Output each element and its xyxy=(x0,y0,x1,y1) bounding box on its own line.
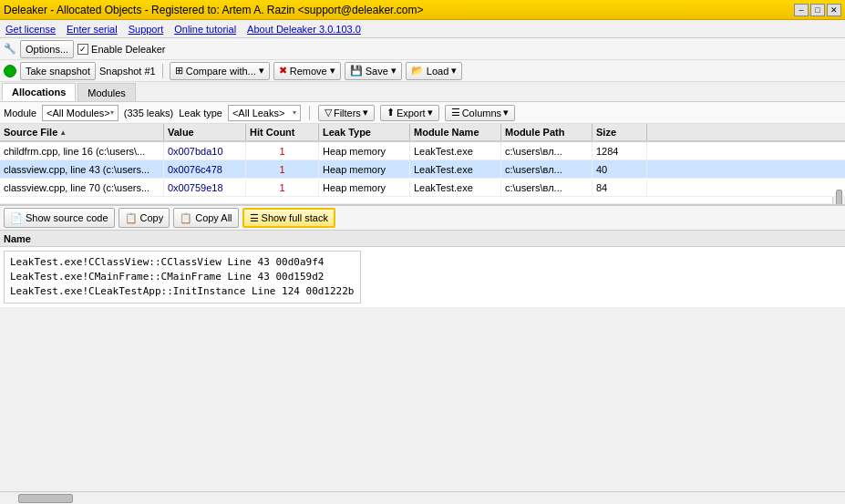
table-row[interactable]: classview.cpp, line 70 (c:\users... 0x00… xyxy=(0,179,845,197)
cell-value-1: 0x007bda10 xyxy=(164,142,246,159)
menu-enter-serial[interactable]: Enter serial xyxy=(65,24,119,35)
cell-modname-3: LeakTest.exe xyxy=(410,179,501,196)
stack-box: LeakTest.exe!CClassView::CClassView Line… xyxy=(4,251,361,303)
copy-label: Copy xyxy=(140,212,164,223)
module-count: (335 leaks) xyxy=(124,108,173,118)
col-header-leaktype[interactable]: Leak Type xyxy=(319,124,410,140)
menu-about[interactable]: About Deleaker 3.0.103.0 xyxy=(245,24,363,35)
title-bar: Deleaker - Allocated Objects - Registere… xyxy=(0,0,845,20)
leaktype-select-arrow-icon: ▾ xyxy=(293,108,296,117)
cell-hitcount-1: 1 xyxy=(246,142,319,159)
cell-leaktype-3: Heap memory xyxy=(319,179,410,196)
col-header-modname[interactable]: Module Name xyxy=(410,124,501,140)
maximize-button[interactable]: □ xyxy=(810,4,825,16)
col-header-modpath[interactable]: Module Path xyxy=(501,124,593,140)
menu-bar: Get license Enter serial Support Online … xyxy=(0,20,845,38)
cell-size-2: 40 xyxy=(593,160,647,178)
menu-support[interactable]: Support xyxy=(127,24,166,35)
copy-all-button[interactable]: 📋 Copy All xyxy=(173,208,238,228)
columns-label: Columns xyxy=(462,108,501,118)
filters-label: Filters xyxy=(334,108,361,118)
toolbar-options: 🔧 Options... ✓ Enable Deleaker xyxy=(0,38,845,60)
columns-arrow-icon: ▾ xyxy=(503,107,509,118)
cell-leaktype-1: Heap memory xyxy=(319,142,410,159)
scrollbar-h-thumb[interactable] xyxy=(18,494,73,503)
remove-label: Remove xyxy=(290,66,327,77)
col-header-size[interactable]: Size xyxy=(593,124,647,140)
stack-line-3: LeakTest.exe!CLeakTestApp::InitInstance … xyxy=(10,284,355,299)
leaktype-select-value: <All Leaks> xyxy=(232,108,284,118)
snapshot-name: Snapshot #1 xyxy=(99,66,156,77)
enable-checkbox-container[interactable]: ✓ Enable Deleaker xyxy=(77,44,165,55)
copy-icon: 📋 xyxy=(125,212,138,224)
export-arrow-icon: ▾ xyxy=(428,107,433,118)
columns-icon: ☰ xyxy=(451,107,460,118)
show-source-button[interactable]: 📄 Show source code xyxy=(4,208,115,228)
tab-allocations[interactable]: Allocations xyxy=(2,83,76,101)
filters-icon: ▽ xyxy=(325,107,332,118)
table-row[interactable]: childfrm.cpp, line 16 (c:\users\... 0x00… xyxy=(0,142,845,160)
module-select-value: <All Modules> xyxy=(46,108,110,118)
table-container: Source File ▲ Value Hit Count Leak Type … xyxy=(0,124,845,205)
remove-icon: ✖ xyxy=(279,65,287,77)
save-label: Save xyxy=(366,66,388,77)
compare-arrow-icon: ▾ xyxy=(259,65,264,77)
col-header-source[interactable]: Source File ▲ xyxy=(0,124,164,140)
wrench-icon: 🔧 xyxy=(4,43,16,55)
filter-row: Module <All Modules> ▾ (335 leaks) Leak … xyxy=(0,102,845,124)
scrollbar-thumb[interactable] xyxy=(836,190,842,206)
show-source-label: Show source code xyxy=(26,212,108,223)
col-header-value[interactable]: Value xyxy=(164,124,246,140)
filters-button[interactable]: ▽ Filters ▾ xyxy=(318,105,375,121)
save-arrow-icon: ▾ xyxy=(391,65,397,77)
cell-value-2: 0x0076c478 xyxy=(164,160,246,178)
filter-sep1 xyxy=(309,106,310,120)
filters-arrow-icon: ▾ xyxy=(363,107,368,118)
col-header-hitcount[interactable]: Hit Count xyxy=(246,124,319,140)
load-button[interactable]: 📂 Load ▾ xyxy=(406,62,462,80)
save-button[interactable]: 💾 Save ▾ xyxy=(345,62,402,80)
toolbar-snapshot: Take snapshot Snapshot #1 ⊞ Compare with… xyxy=(0,60,845,82)
stack-content: LeakTest.exe!CClassView::CClassView Line… xyxy=(0,247,845,307)
copy-button[interactable]: 📋 Copy xyxy=(119,208,170,228)
compare-label: Compare with... xyxy=(186,66,256,77)
show-full-stack-button[interactable]: ☰ Show full stack xyxy=(242,208,335,228)
cell-source-3: classview.cpp, line 70 (c:\users... xyxy=(0,179,164,196)
show-full-stack-label: Show full stack xyxy=(262,212,328,223)
title-text: Deleaker - Allocated Objects - Registere… xyxy=(4,4,423,16)
stack-name-header: Name xyxy=(0,231,845,247)
minimize-button[interactable]: – xyxy=(794,4,809,16)
title-bar-controls: – □ ✕ xyxy=(794,4,841,16)
table-row[interactable]: classview.cpp, line 43 (c:\users... 0x00… xyxy=(0,160,845,179)
menu-get-license[interactable]: Get license xyxy=(4,24,57,35)
cell-modname-2: LeakTest.exe xyxy=(410,160,501,178)
module-filter-label: Module xyxy=(4,108,36,118)
sort-arrow-icon: ▲ xyxy=(59,129,67,137)
menu-tutorial[interactable]: Online tutorial xyxy=(172,24,238,35)
compare-button[interactable]: ⊞ Compare with... ▾ xyxy=(170,62,270,80)
empty-row-area xyxy=(0,197,845,204)
cell-modpath-1: c:\users\вл... xyxy=(501,142,593,159)
options-button[interactable]: Options... xyxy=(20,40,74,58)
bottom-toolbar: 📄 Show source code 📋 Copy 📋 Copy All ☰ S… xyxy=(0,205,845,231)
export-icon: ⬆ xyxy=(386,107,395,118)
leaktype-select[interactable]: <All Leaks> ▾ xyxy=(228,105,301,121)
close-button[interactable]: ✕ xyxy=(827,4,841,16)
cell-size-3: 84 xyxy=(593,179,647,196)
module-select[interactable]: <All Modules> ▾ xyxy=(42,105,119,121)
tab-modules[interactable]: Modules xyxy=(77,83,136,101)
cell-source-2: classview.cpp, line 43 (c:\users... xyxy=(0,160,164,178)
columns-button[interactable]: ☰ Columns ▾ xyxy=(445,105,515,121)
leaktype-filter-label: Leak type xyxy=(179,108,222,118)
copy-all-icon: 📋 xyxy=(180,212,192,224)
cell-hitcount-2: 1 xyxy=(246,160,319,178)
stack-area: Name LeakTest.exe!CClassView::CClassView… xyxy=(0,231,845,307)
take-snapshot-button[interactable]: Take snapshot xyxy=(20,62,96,80)
module-select-arrow-icon: ▾ xyxy=(110,108,114,117)
export-button[interactable]: ⬆ Export ▾ xyxy=(380,105,439,121)
remove-button[interactable]: ✖ Remove ▾ xyxy=(273,62,341,80)
enable-checkbox[interactable]: ✓ xyxy=(77,44,88,55)
source-code-icon: 📄 xyxy=(10,212,23,224)
scrollbar-horizontal[interactable] xyxy=(0,491,845,504)
table-headers: Source File ▲ Value Hit Count Leak Type … xyxy=(0,124,845,142)
